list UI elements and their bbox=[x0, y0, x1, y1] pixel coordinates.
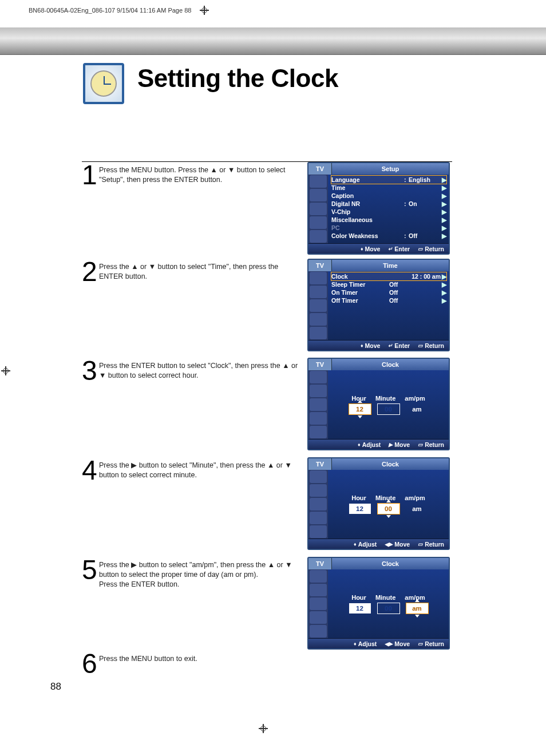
clock-panel: Hour Minute am/pm 12 00 am bbox=[328, 470, 449, 539]
menu-icon bbox=[310, 412, 327, 425]
ampm-label: am/pm bbox=[405, 395, 425, 402]
osd-row-caption[interactable]: Caption▶ bbox=[331, 192, 446, 200]
step-3: 3 Press the ENTER button to select "Cloc… bbox=[82, 358, 452, 457]
osd-row-digital-nr[interactable]: Digital NR: On▶ bbox=[331, 200, 446, 208]
osd-footer: ♦Move ↵Enter ▭Return bbox=[308, 340, 449, 350]
osd-icon-column bbox=[308, 470, 328, 539]
ampm-field[interactable]: am bbox=[406, 404, 428, 414]
minute-field[interactable]: 00 bbox=[378, 504, 399, 514]
osd-tab-tv: TV bbox=[308, 558, 331, 569]
ampm-label: am/pm bbox=[405, 494, 425, 501]
print-header-text: BN68-00645A-02Eng_086-107 9/15/04 11:16 … bbox=[29, 7, 191, 14]
step-text: Press the ▲ or ▼ button to select "Time"… bbox=[99, 259, 307, 358]
menu-icon bbox=[310, 570, 327, 583]
page-number: 88 bbox=[50, 681, 61, 692]
osd-row-clock[interactable]: Clock 12 : 00 am▶ bbox=[331, 272, 446, 280]
osd-footer: ♦Adjust ▶Move ▭Return bbox=[308, 439, 449, 449]
osd-title: Clock bbox=[331, 558, 449, 569]
step-5: 5 Press the ▶ button to select "am/pm", … bbox=[82, 557, 452, 651]
menu-icon bbox=[310, 175, 327, 188]
menu-icon bbox=[310, 398, 327, 411]
hour-label: Hour bbox=[351, 494, 366, 501]
step-text: Press the ENTER button to select "Clock"… bbox=[99, 358, 307, 457]
steps-container: 1 Press the MENU button. Press the ▲ or … bbox=[82, 162, 452, 675]
osd-row-vchip[interactable]: V-Chip▶ bbox=[331, 208, 446, 216]
osd-time: TV Time Clock 12 : 00 am▶ bbox=[307, 259, 450, 351]
step-text: Press the ▶ button to select "Minute", t… bbox=[99, 457, 307, 557]
osd-title: Setup bbox=[331, 163, 449, 175]
step-number: 6 bbox=[82, 651, 99, 675]
step-text: Press the MENU button to exit. bbox=[99, 651, 307, 675]
osd-footer: ♦Adjust ◀▶Move ▭Return bbox=[308, 539, 449, 549]
menu-icon bbox=[310, 597, 327, 610]
menu-icon bbox=[310, 272, 327, 284]
clock-icon bbox=[83, 63, 124, 104]
menu-icon bbox=[310, 230, 327, 243]
osd-row-language[interactable]: Language: English▶ bbox=[331, 176, 446, 184]
hour-label: Hour bbox=[351, 594, 366, 601]
step-2: 2 Press the ▲ or ▼ button to select "Tim… bbox=[82, 259, 452, 358]
osd-list: Clock 12 : 00 am▶ Sleep Timer Off▶ On Ti… bbox=[328, 271, 449, 340]
menu-icon bbox=[310, 371, 327, 383]
minute-label: Minute bbox=[375, 395, 395, 402]
osd-clock-hour: TV Clock Hour Minute bbox=[307, 358, 450, 450]
menu-icon bbox=[310, 611, 327, 624]
header-banner bbox=[0, 27, 546, 55]
osd-icon-column bbox=[308, 271, 328, 340]
osd-icon-column bbox=[308, 569, 328, 638]
osd-clock-ampm: TV Clock Hour Minute bbox=[307, 557, 450, 650]
osd-list: Language: English▶ Time▶ Caption▶ Digita… bbox=[328, 175, 449, 243]
step-text: Press the MENU button. Press the ▲ or ▼ … bbox=[99, 162, 307, 259]
menu-icon bbox=[310, 512, 327, 524]
print-header: BN68-00645A-02Eng_086-107 9/15/04 11:16 … bbox=[29, 6, 209, 15]
menu-icon bbox=[310, 203, 327, 215]
osd-row-sleep-timer[interactable]: Sleep Timer Off▶ bbox=[331, 280, 446, 288]
menu-icon bbox=[310, 470, 327, 483]
osd-tab-tv: TV bbox=[308, 260, 331, 271]
ampm-field[interactable]: am bbox=[406, 504, 428, 514]
menu-icon bbox=[310, 426, 327, 438]
osd-title: Time bbox=[331, 260, 449, 271]
minute-field[interactable]: 00 bbox=[378, 603, 399, 613]
menu-icon bbox=[310, 327, 327, 339]
menu-icon bbox=[310, 584, 327, 596]
osd-title: Clock bbox=[331, 458, 449, 470]
minute-label: Minute bbox=[375, 594, 395, 601]
registration-mark-icon bbox=[1, 366, 10, 375]
osd-row-on-timer[interactable]: On Timer Off▶ bbox=[331, 288, 446, 296]
hour-field[interactable]: 12 bbox=[349, 404, 371, 414]
menu-icon bbox=[310, 385, 327, 397]
osd-clock-minute: TV Clock Hour Minute bbox=[307, 457, 450, 550]
osd-row-off-timer[interactable]: Off Timer Off▶ bbox=[331, 296, 446, 304]
ampm-field[interactable]: am bbox=[406, 603, 428, 613]
osd-tab-tv: TV bbox=[308, 359, 331, 370]
hour-field[interactable]: 12 bbox=[349, 603, 371, 613]
hour-field[interactable]: 12 bbox=[349, 504, 371, 514]
osd-footer: ♦Adjust ◀▶Move ▭Return bbox=[308, 638, 449, 648]
step-number: 1 bbox=[82, 162, 99, 259]
osd-row-misc[interactable]: Miscellaneous▶ bbox=[331, 216, 446, 224]
osd-icon-column bbox=[308, 175, 328, 243]
osd-icon-column bbox=[308, 370, 328, 439]
menu-icon bbox=[310, 498, 327, 510]
clock-panel: Hour Minute am/pm 12 00 am bbox=[328, 569, 449, 638]
step-4: 4 Press the ▶ button to select "Minute",… bbox=[82, 457, 452, 557]
menu-icon bbox=[310, 299, 327, 312]
step-text: Press the ▶ button to select "am/pm", th… bbox=[99, 557, 307, 651]
osd-tab-tv: TV bbox=[308, 458, 331, 470]
minute-field[interactable]: 00 bbox=[378, 404, 399, 414]
osd-footer: ♦Move ↵Enter ▭Return bbox=[308, 243, 449, 254]
step-6: 6 Press the MENU button to exit. bbox=[82, 651, 452, 675]
osd-tab-tv: TV bbox=[308, 163, 331, 175]
osd-setup: TV Setup Language: English▶ bbox=[307, 162, 450, 255]
menu-icon bbox=[310, 313, 327, 326]
osd-row-color-weakness[interactable]: Color Weakness: Off▶ bbox=[331, 232, 446, 240]
osd-row-pc: PC▶ bbox=[331, 224, 446, 232]
menu-icon bbox=[310, 216, 327, 229]
step-number: 4 bbox=[82, 457, 99, 557]
menu-icon bbox=[310, 286, 327, 298]
osd-row-time[interactable]: Time▶ bbox=[331, 184, 446, 192]
registration-mark-icon bbox=[200, 6, 209, 15]
menu-icon bbox=[310, 625, 327, 638]
step-number: 2 bbox=[82, 259, 99, 358]
